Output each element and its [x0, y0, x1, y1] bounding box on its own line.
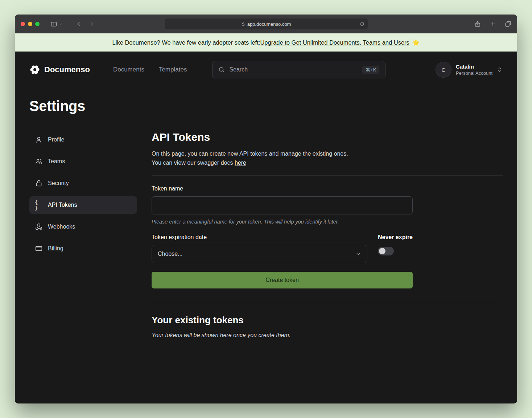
plus-icon	[490, 21, 496, 27]
sidebar-toggle-button[interactable]	[50, 21, 62, 28]
chevron-right-icon	[88, 21, 95, 27]
never-expire-field: Never expire	[378, 234, 413, 263]
chevron-down-icon	[355, 251, 361, 257]
tabs-icon	[505, 21, 511, 27]
token-name-hint: Please enter a meaningful name for your …	[152, 219, 503, 225]
search-icon	[218, 66, 225, 73]
account-menu[interactable]: C Catalin Personal Account	[436, 62, 503, 78]
lock-icon	[241, 22, 245, 26]
chevron-left-icon	[75, 21, 82, 27]
share-icon	[474, 21, 481, 27]
minimize-window-button[interactable]	[28, 22, 32, 26]
expiration-selected-value: Choose...	[158, 251, 182, 257]
documenso-logo-icon	[29, 64, 40, 75]
sidebar-item-webhooks[interactable]: Webhooks	[29, 218, 137, 235]
webhook-icon	[35, 223, 43, 230]
main-nav: Documents Templates	[113, 66, 187, 73]
settings-sidebar: Profile Teams Security	[29, 131, 137, 339]
search-placeholder: Search	[229, 66, 248, 73]
never-expire-toggle[interactable]	[378, 247, 394, 255]
sidebar-item-label: Security	[48, 180, 69, 187]
sidebar-item-label: Teams	[48, 158, 65, 165]
account-type: Personal Account	[456, 70, 492, 76]
user-icon	[35, 136, 43, 143]
documenso-app: Documenso Documents Templates Search ⌘+K…	[15, 52, 517, 403]
upgrade-link[interactable]: Upgrade to Get Unlimited Documents, Team…	[260, 39, 409, 46]
titlebar-right-actions	[474, 21, 511, 27]
sidebar-item-teams[interactable]: Teams	[29, 153, 137, 170]
forward-button[interactable]	[88, 21, 95, 27]
credit-card-icon	[35, 245, 43, 252]
new-tab-button[interactable]	[490, 21, 496, 27]
toggle-knob	[379, 248, 385, 254]
chevron-down-icon	[59, 22, 62, 26]
sidebar-item-label: API Tokens	[48, 202, 77, 208]
close-window-button[interactable]	[21, 22, 25, 26]
brand-name: Documenso	[44, 65, 90, 74]
sidebar-item-label: Profile	[48, 136, 64, 143]
avatar: C	[436, 62, 451, 78]
url-bar[interactable]: app.documenso.com	[165, 19, 368, 29]
braces-icon: { }	[35, 199, 43, 211]
never-expire-label: Never expire	[378, 234, 413, 241]
token-name-input[interactable]	[152, 196, 413, 214]
browser-window: app.documenso.com Like Documenso? We hav…	[15, 15, 517, 403]
settings-page: Settings Profile Teams	[15, 98, 517, 339]
back-button[interactable]	[75, 21, 82, 27]
divider	[152, 302, 503, 302]
create-token-button[interactable]: Create token	[152, 272, 413, 288]
promo-text: Like Documenso? We have few early adopte…	[112, 39, 260, 46]
sidebar-item-label: Webhooks	[48, 224, 75, 230]
search-input[interactable]: Search ⌘+K	[212, 61, 385, 78]
description-line1: On this page, you can create new API tok…	[152, 151, 348, 157]
section-title: API Tokens	[152, 131, 503, 143]
lock-icon	[35, 180, 43, 187]
existing-tokens-title: Your existing tokens	[152, 315, 503, 326]
sidebar-icon	[50, 21, 57, 28]
expiration-label: Token expiration date	[152, 234, 367, 241]
promo-banner: Like Documenso? We have few early adopte…	[15, 33, 517, 52]
traffic-lights	[21, 22, 40, 26]
section-description: On this page, you can create new API tok…	[152, 149, 503, 167]
divider	[152, 175, 503, 176]
api-tokens-panel: API Tokens On this page, you can create …	[152, 131, 503, 339]
page-title: Settings	[29, 98, 503, 114]
nav-documents[interactable]: Documents	[113, 66, 144, 73]
browser-titlebar: app.documenso.com	[15, 15, 517, 33]
account-name: Catalin	[456, 63, 492, 70]
nav-templates[interactable]: Templates	[159, 66, 187, 73]
search-shortcut: ⌘+K	[362, 66, 379, 74]
sidebar-item-api-tokens[interactable]: { } API Tokens	[29, 196, 137, 214]
expiration-select[interactable]: Choose...	[152, 245, 367, 263]
zoom-window-button[interactable]	[35, 22, 40, 26]
users-icon	[35, 158, 43, 165]
expiration-row: Token expiration date Choose... Never ex…	[152, 234, 413, 263]
description-line2: You can view our swagger docs	[152, 160, 235, 166]
existing-tokens-empty-text: Your tokens will be shown here once you …	[152, 332, 503, 339]
tab-overview-button[interactable]	[505, 21, 511, 27]
share-button[interactable]	[474, 21, 481, 27]
sidebar-item-security[interactable]: Security	[29, 175, 137, 192]
sidebar-item-profile[interactable]: Profile	[29, 131, 137, 148]
documenso-logo-link[interactable]: Documenso	[29, 64, 90, 75]
expiration-field: Token expiration date Choose...	[152, 234, 367, 263]
refresh-icon	[360, 22, 364, 26]
chevrons-up-down-icon	[497, 67, 503, 73]
url-text: app.documenso.com	[247, 21, 291, 27]
app-header: Documenso Documents Templates Search ⌘+K…	[15, 52, 517, 86]
star-emoji: ⭐	[412, 39, 420, 46]
sidebar-item-label: Billing	[48, 245, 63, 252]
swagger-docs-link[interactable]: here	[235, 160, 246, 166]
sidebar-item-billing[interactable]: Billing	[29, 240, 137, 257]
refresh-button[interactable]	[360, 22, 364, 26]
token-name-label: Token name	[152, 185, 503, 192]
